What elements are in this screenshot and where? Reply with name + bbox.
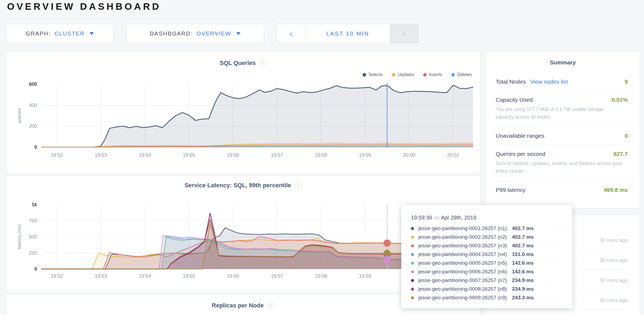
dashboard-dropdown[interactable]: DASHBOARD: OVERVIEW [126,24,264,43]
tooltip-row: jesse-geo-partitioning-0001:26257 (n1)40… [411,224,572,233]
graph-dropdown-label: GRAPH: [26,30,51,37]
y-axis-label: latency (ms) [17,224,22,250]
dashboard-dropdown-label: DASHBOARD: [150,30,193,37]
y-tick-label: 400 [29,103,37,108]
x-tick-label: 19:54 [139,152,151,158]
x-tick-label: 19:58 [315,273,327,279]
series-area-Selects [41,85,473,147]
info-icon[interactable]: i [267,302,274,309]
summary-row-main: P99 latency469.8 ms [496,187,628,193]
x-tick-label: 19:54 [139,273,151,279]
dashboard-dropdown-value: OVERVIEW [196,30,231,37]
tooltip-node-name: jesse-geo-partitioning-0008:26257 (n8) [418,286,510,292]
chevron-down-icon [236,32,241,35]
summary-row-main: Queries per second627.7 [496,151,628,157]
tooltip-rows: jesse-geo-partitioning-0001:26257 (n1)40… [411,224,572,302]
tooltip-node-name: jesse-geo-partitioning-0007:26257 (n7) [418,277,510,283]
y-tick-label: 500 [29,234,37,239]
sql-queries-chart[interactable]: 600400200019:5219:5319:5419:5519:5619:57… [6,51,481,173]
x-tick-label: 19:53 [95,152,107,158]
time-prev-button[interactable]: ‹ [277,24,305,43]
summary-panel: Summary Total NodesView nodes list9Capac… [486,51,640,208]
y-tick-label: 1k [32,202,37,207]
summary-title: Summary [486,59,640,66]
summary-row-subtext: You are using 177.7 MiB of 3.1 TiB usabl… [496,106,628,121]
graph-dropdown[interactable]: GRAPH: CLUSTER [6,24,114,43]
view-nodes-list-link[interactable]: View nodes list [530,78,568,85]
time-range-button[interactable]: LAST 10 MIN [305,24,390,43]
tooltip-node-value: 402.7 ms [512,234,534,240]
tooltip-series-dot-icon [411,244,414,247]
tooltip-date: Apr 28th, 2019 [441,215,476,221]
event-time: 30 mins ago [598,276,628,284]
tooltip-series-dot-icon [411,227,414,230]
tooltip-node-value: 402.7 ms [512,243,534,249]
y-tick-label: 0 [34,266,37,272]
tooltip-node-value: 234.9 ms [512,286,534,292]
summary-row-main: Total NodesView nodes list9 [496,78,628,85]
sql-queries-panel: SQL Queries i SelectsUpdatesInsertsDelet… [6,51,480,173]
time-range-selector: ‹ LAST 10 MIN › [277,24,419,43]
tooltip-node-value: 151.0 ms [512,251,534,257]
summary-row-value: 0.01% [612,97,628,103]
tooltip-row: jesse-geo-partitioning-0008:26257 (n8)23… [411,285,572,293]
tooltip-series-dot-icon [411,262,414,265]
summary-row-label: Unavailable ranges [496,133,544,139]
crosshair-dot-n3 [384,239,391,247]
summary-row-value: 9 [625,78,628,85]
summary-row-value: 627.7 [613,151,628,157]
summary-row: Queries per second627.7Sum of Selects, U… [496,145,628,181]
summary-row-label: P99 latency [496,187,525,193]
chevron-down-icon [90,32,94,35]
summary-row: Capacity Used0.01%You are using 177.7 Mi… [496,91,628,127]
tooltip-node-value: 142.6 ms [512,269,534,275]
event-row[interactable]: Table Created: User root cr…30 mins ago [495,311,628,315]
x-tick-label: 19:58 [315,152,327,158]
tooltip-row: jesse-geo-partitioning-0002:26257 (n2)40… [411,233,572,241]
y-tick-label: 0 [34,145,37,150]
tooltip-row: jesse-geo-partitioning-0009:26257 (n9)24… [411,293,572,302]
summary-row-label: Queries per second [496,151,545,157]
tooltip-node-value: 234.9 ms [512,277,534,283]
tooltip-row: jesse-geo-partitioning-0006:26257 (n6)14… [411,267,572,276]
tooltip-node-name: jesse-geo-partitioning-0004:26257 (n4) [418,251,510,257]
summary-row: Unavailable ranges0 [496,127,628,145]
tooltip-node-name: jesse-geo-partitioning-0005:26257 (n5) [418,260,510,266]
summary-row-value: 469.8 ms [604,187,628,193]
summary-row: P99 latency469.8 ms [496,181,628,199]
tooltip-node-value: 243.3 ms [512,295,534,301]
tooltip-row: jesse-geo-partitioning-0004:26257 (n4)15… [411,250,572,259]
tooltip-row: jesse-geo-partitioning-0003:26257 (n3)40… [411,241,572,250]
tooltip-node-value: 142.6 ms [512,260,534,266]
y-axis-label: queries [17,108,22,123]
page-title: OVERVIEW DASHBOARD [7,1,161,12]
tooltip-on: on [433,215,439,221]
x-tick-label: 19:57 [271,273,283,279]
x-tick-label: 19:52 [51,273,63,279]
latency-hover-tooltip: 19:59:30 on Apr 28th, 2019 jesse-geo-par… [401,205,572,308]
tooltip-node-name: jesse-geo-partitioning-0009:26257 (n9) [418,295,510,301]
x-tick-label: 20:00 [403,152,415,158]
tooltip-series-dot-icon [411,288,414,291]
y-tick-label: 600 [29,81,37,87]
x-tick-label: 19:59 [359,152,371,158]
y-tick-label: 200 [29,123,37,129]
tooltip-row: jesse-geo-partitioning-0007:26257 (n7)23… [411,276,572,285]
tooltip-time: 19:59:30 [411,215,432,221]
x-tick-label: 19:53 [95,273,107,279]
summary-row-value: 0 [625,133,628,139]
summary-row-main: Capacity Used0.01% [496,97,628,103]
summary-rows: Total NodesView nodes list9Capacity Used… [496,73,628,199]
x-tick-label: 19:59 [359,273,371,279]
event-time: 30 mins ago [598,236,628,244]
tooltip-series-dot-icon [411,296,414,299]
x-tick-label: 19:57 [271,152,283,158]
x-tick-label: 20:01 [447,152,459,158]
tooltip-node-name: jesse-geo-partitioning-0006:26257 (n6) [418,269,510,275]
summary-row-label: Capacity Used [496,97,533,103]
overview-dashboard-page: OVERVIEW DASHBOARD GRAPH: CLUSTER DASHBO… [0,0,644,315]
time-next-button: › [390,24,419,43]
y-tick-label: 250 [29,250,37,256]
tooltip-node-name: jesse-geo-partitioning-0002:26257 (n2) [418,234,510,240]
tooltip-series-dot-icon [411,270,414,273]
